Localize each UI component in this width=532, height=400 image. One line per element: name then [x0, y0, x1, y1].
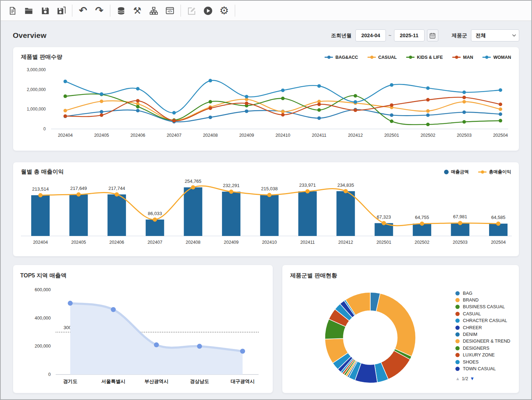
save-all-button[interactable] [53, 3, 70, 18]
calendar-button[interactable] [427, 29, 438, 41]
period-end-input[interactable] [394, 29, 425, 41]
legend-bullet [455, 319, 460, 323]
svg-text:202412: 202412 [348, 133, 363, 138]
database-button[interactable] [113, 3, 129, 18]
svg-text:64,755: 64,755 [415, 215, 429, 220]
legend-page-up-icon[interactable]: ▲ [455, 376, 460, 381]
settings-button[interactable]: ⚙ [216, 3, 232, 18]
donut-legend-item-luxury-zone[interactable]: LUXURY ZONE [455, 352, 516, 359]
legend-bullet [455, 332, 460, 337]
svg-text:254,765: 254,765 [185, 179, 201, 184]
legend-item-bag-acc[interactable]: BAG&ACC [325, 55, 358, 60]
legend-page-indicator: 1/2 [462, 376, 468, 381]
legend-item-woman[interactable]: WOMAN [482, 55, 511, 60]
svg-text:400,000: 400,000 [35, 316, 51, 321]
legend-item-man[interactable]: MAN [452, 55, 473, 60]
donut-legend-item-designers[interactable]: DESIGNERS [455, 345, 516, 351]
gear-icon: ⚙ [220, 5, 229, 16]
donut-legend-item-casual[interactable]: CASUAL [455, 310, 516, 317]
svg-text:경기도: 경기도 [63, 379, 78, 384]
svg-text:202408: 202408 [203, 133, 218, 138]
donut-legend-item-shoes[interactable]: SHOES [455, 359, 516, 365]
sales-qty-line-chart: 3,000,0002,000,0001,000,0000202404202405… [21, 61, 512, 140]
legend-page-down-icon[interactable]: ▼ [470, 376, 475, 381]
svg-text:202504: 202504 [493, 133, 508, 138]
line-dot-marker [482, 56, 491, 59]
svg-text:215,038: 215,038 [261, 186, 278, 191]
svg-text:202404: 202404 [58, 133, 73, 138]
monthly-profit-title: 월별 총 매출이익 [21, 168, 64, 176]
save-button[interactable] [37, 3, 53, 18]
svg-text:202404: 202404 [33, 240, 48, 245]
legend-bullet [455, 312, 460, 316]
donut-legend-item-bag[interactable]: BAG [455, 290, 516, 297]
legend-item-gross-profit[interactable]: 총매출이익 [478, 169, 511, 175]
svg-text:202405: 202405 [94, 133, 109, 138]
legend-bullet [455, 291, 460, 295]
legend-bullet [455, 360, 460, 364]
svg-text:67,981: 67,981 [453, 214, 467, 219]
donut-legend-item-town-casual[interactable]: TOWN CASUAL [455, 365, 516, 372]
svg-text:202501: 202501 [376, 240, 391, 245]
svg-text:202409: 202409 [224, 240, 239, 245]
monthly-profit-bar-chart: 213,514217,649217,74486,033254,765232,29… [21, 176, 512, 249]
undo-button[interactable]: ↶ [75, 3, 91, 18]
donut-legend-pagination: ▲ 1/2 ▼ [455, 376, 516, 381]
run-button[interactable] [200, 3, 216, 18]
sales-qty-card: 제품별 판매수량 BAG&ACC CASUAL KIDS & LIFE MAN … [13, 47, 519, 151]
bottom-row: TOP5 지역 매출액 600,000400,000200,0000300000… [13, 265, 519, 393]
svg-text:2,000,000: 2,000,000 [27, 87, 46, 92]
toolbar-separator [72, 5, 72, 17]
donut-legend-item-brand[interactable]: BRAND [455, 297, 516, 303]
tools-button[interactable]: ⚒ [129, 3, 145, 18]
legend-item-sales-amount[interactable]: 매출금액 [444, 169, 469, 175]
svg-text:202411: 202411 [300, 240, 315, 245]
new-document-button[interactable] [4, 3, 21, 18]
period-separator: ~ [388, 33, 391, 38]
svg-text:</>: </> [168, 10, 172, 13]
open-folder-button[interactable] [21, 3, 37, 18]
product-mix-legend: BAGBRANDBUSINESS CASUALCASUALCHRACTER CA… [455, 290, 516, 381]
legend-bullet [455, 326, 460, 330]
sales-qty-title: 제품별 판매수량 [21, 53, 62, 61]
period-label: 조회년월 [331, 32, 351, 39]
legend-item-kids-life[interactable]: KIDS & LIFE [406, 55, 443, 60]
redo-icon: ↷ [95, 6, 103, 16]
donut-legend-item-chreer[interactable]: CHREER [455, 324, 516, 331]
svg-text:202407: 202407 [148, 240, 162, 245]
svg-text:202503: 202503 [457, 133, 472, 138]
legend-item-casual[interactable]: CASUAL [367, 55, 397, 60]
svg-text:202406: 202406 [131, 133, 145, 138]
code-editor-button[interactable]: </> [162, 3, 178, 18]
product-group-select[interactable]: 전체 [471, 29, 519, 41]
svg-text:부산광역시: 부산광역시 [144, 379, 168, 384]
edit-button[interactable] [183, 3, 200, 18]
legend-bullet [455, 346, 460, 350]
redo-button[interactable]: ↷ [91, 3, 107, 18]
tools-icon: ⚒ [133, 6, 141, 15]
period-start-input[interactable] [355, 29, 386, 41]
donut-legend-item-business-casual[interactable]: BUSINESS CASUAL [455, 304, 516, 310]
legend-bullet [455, 339, 460, 343]
product-group-select-wrap: 전체 [471, 29, 519, 41]
edit-icon [187, 6, 196, 15]
svg-text:202408: 202408 [185, 240, 200, 245]
calendar-icon [429, 32, 436, 39]
line-dot-marker [367, 56, 376, 59]
legend-bullet [455, 305, 460, 309]
svg-text:202501: 202501 [384, 133, 399, 138]
circle-marker [444, 170, 449, 174]
donut-legend-item-denim[interactable]: DENIM [455, 331, 516, 338]
svg-text:서울특별시: 서울특별시 [101, 379, 126, 384]
toolbar-separator [181, 5, 181, 17]
sitemap-button[interactable] [145, 3, 162, 18]
donut-legend-item-chracter-casual[interactable]: CHRACTER CASUAL [455, 317, 516, 324]
svg-text:217,744: 217,744 [109, 186, 125, 191]
legend-bullet [455, 367, 460, 371]
product-group-label: 제품군 [452, 32, 467, 39]
product-mix-title: 제품군별 판매현황 [290, 272, 337, 280]
svg-text:경상남도: 경상남도 [190, 379, 209, 384]
svg-text:202502: 202502 [421, 133, 436, 138]
donut-legend-item-designeer-trend[interactable]: DESIGNEER & TREND [455, 338, 516, 345]
svg-text:1,000,000: 1,000,000 [27, 107, 46, 112]
